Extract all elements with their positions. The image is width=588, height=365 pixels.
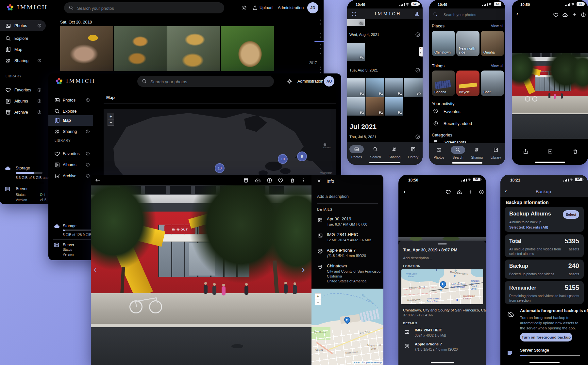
place-card-chinatown[interactable]: Chinatown bbox=[432, 31, 455, 56]
share-icon[interactable] bbox=[523, 149, 529, 154]
map-zoom-in-button[interactable]: + bbox=[315, 293, 321, 299]
trash-icon[interactable] bbox=[572, 149, 578, 154]
map-cluster-marker[interactable]: 8 bbox=[297, 151, 307, 161]
things-view-all-link[interactable]: View all bbox=[491, 64, 503, 68]
administration-link[interactable]: Administration bbox=[297, 79, 323, 84]
sidebar-item-albums[interactable]: Albums bbox=[48, 160, 93, 170]
info-icon[interactable] bbox=[267, 178, 272, 183]
photo-thumbnail-basket[interactable] bbox=[221, 26, 274, 71]
profile-cloud-icon[interactable] bbox=[414, 11, 420, 17]
info-icon[interactable] bbox=[581, 12, 586, 17]
photo-thumbnail[interactable] bbox=[385, 78, 403, 97]
place-card-omaha[interactable]: Omaha bbox=[481, 31, 504, 56]
photo-thumbnail-mushroom-1[interactable] bbox=[60, 26, 113, 71]
map-cluster-marker[interactable]: 10 bbox=[215, 163, 225, 173]
home-indicator[interactable] bbox=[452, 162, 482, 164]
info-icon[interactable] bbox=[479, 189, 484, 195]
timeline-scrollbar-thumb[interactable]: ▲▼ bbox=[419, 47, 423, 56]
home-indicator[interactable] bbox=[535, 162, 565, 163]
location-map[interactable]: ✕ ✕ ✕ Hyde Street Harbor The Embarcadero… bbox=[401, 269, 483, 304]
back-chevron[interactable]: ‹ bbox=[505, 188, 507, 194]
map-cluster-marker[interactable]: 10 bbox=[278, 154, 288, 164]
cloud-upload-icon[interactable] bbox=[457, 189, 462, 195]
thing-card-bicycle[interactable]: Bicycle bbox=[456, 71, 479, 96]
search-input[interactable] bbox=[76, 2, 198, 14]
search-bar[interactable] bbox=[64, 2, 224, 13]
sidebar-item-sharing[interactable]: Sharing bbox=[48, 127, 93, 137]
photo-thumbnail[interactable] bbox=[385, 97, 403, 116]
location-name[interactable]: Chinatown bbox=[327, 263, 347, 268]
thing-card-boat[interactable]: Boat bbox=[481, 71, 504, 96]
map-point-marker[interactable] bbox=[324, 143, 326, 146]
place-card-near-north-side[interactable]: Near north side bbox=[456, 31, 479, 56]
theme-toggle-sun-icon[interactable] bbox=[241, 5, 247, 11]
map-zoom-out-button[interactable]: − bbox=[315, 299, 321, 305]
sidebar-item-photos[interactable]: Photos bbox=[0, 20, 46, 31]
location-mini-map[interactable]: Fort Mason US 101 Bay Street Union Stree… bbox=[311, 289, 383, 365]
back-chevron[interactable]: ‹ bbox=[404, 188, 406, 195]
photo-thumbnail-partial[interactable] bbox=[347, 19, 365, 26]
photo-thumbnail[interactable] bbox=[366, 78, 384, 97]
thing-card-banana[interactable]: Banana bbox=[432, 71, 455, 96]
scrubber-position-indicator[interactable] bbox=[314, 41, 324, 42]
more-options-icon[interactable] bbox=[301, 178, 306, 183]
photo-thumbnail[interactable] bbox=[366, 97, 384, 116]
administration-link[interactable]: Administration bbox=[278, 6, 304, 10]
home-indicator[interactable] bbox=[529, 362, 560, 363]
location-place-text[interactable]: Chinatown, City and County of San Franci… bbox=[403, 308, 486, 312]
activity-recently-added-item[interactable]: Recently added bbox=[444, 121, 472, 126]
photo-content[interactable] bbox=[512, 53, 588, 139]
add-to-album-plus-icon[interactable] bbox=[468, 189, 473, 195]
sidebar-item-map-selected[interactable]: Map bbox=[48, 115, 93, 126]
avatar[interactable]: AU bbox=[324, 76, 334, 87]
photo-thumbnail[interactable] bbox=[347, 78, 365, 97]
back-arrow-icon[interactable] bbox=[95, 177, 101, 183]
select-all-check-icon[interactable] bbox=[415, 134, 420, 139]
select-all-check-icon[interactable] bbox=[415, 68, 420, 73]
sidebar-item-favorites[interactable]: Favorites bbox=[48, 149, 93, 159]
next-photo-chevron[interactable]: › bbox=[302, 264, 305, 275]
sidebar-item-favorites[interactable]: Favorites bbox=[0, 86, 46, 95]
upload-button[interactable]: Upload bbox=[260, 6, 273, 10]
sidebar-item-albums[interactable]: Albums bbox=[0, 97, 46, 106]
home-indicator[interactable] bbox=[369, 162, 400, 163]
archive-icon[interactable] bbox=[243, 178, 249, 183]
map-zoom-in-button[interactable]: + bbox=[108, 113, 114, 119]
photo-thumbnail[interactable] bbox=[404, 78, 423, 97]
previous-photo-chevron[interactable]: ‹ bbox=[93, 264, 97, 275]
mobile-search-bar[interactable]: Search your photos bbox=[429, 8, 505, 20]
favorite-heart-icon[interactable] bbox=[445, 189, 451, 195]
photo-viewer[interactable]: IN-N-OUT IN-N-OUT ‹ › bbox=[91, 185, 311, 365]
cloud-upload-icon[interactable] bbox=[562, 12, 568, 18]
sidebar-item-map[interactable]: Map bbox=[0, 45, 46, 55]
photo-thumbnail-mushroom-2[interactable] bbox=[114, 26, 167, 71]
favorite-heart-icon[interactable] bbox=[553, 12, 559, 18]
cloud-upload-icon[interactable] bbox=[255, 178, 261, 183]
search-input[interactable] bbox=[150, 76, 254, 87]
select-all-check-icon[interactable] bbox=[415, 32, 420, 37]
sidebar-item-archive[interactable]: Archive bbox=[48, 171, 93, 181]
close-icon[interactable] bbox=[316, 178, 322, 183]
search-bar[interactable] bbox=[137, 76, 274, 87]
sidebar-item-archive[interactable]: Archive bbox=[0, 108, 46, 118]
photo-thumbnail[interactable] bbox=[347, 43, 365, 61]
archive-plus-icon[interactable] bbox=[547, 149, 553, 154]
sidebar-item-photos[interactable]: Photos bbox=[48, 96, 93, 105]
photo-thumbnail-mushroom-3[interactable] bbox=[167, 26, 220, 71]
back-chevron[interactable]: ‹ bbox=[516, 11, 518, 17]
sheet-drag-handle[interactable] bbox=[438, 243, 447, 245]
add-description-field[interactable]: Add a description bbox=[317, 194, 349, 199]
places-view-all-link[interactable]: View all bbox=[491, 24, 503, 28]
map-zoom-out-button[interactable]: − bbox=[108, 119, 114, 126]
favorite-heart-icon[interactable] bbox=[278, 178, 283, 183]
add-to-album-plus-icon[interactable] bbox=[572, 12, 577, 17]
sidebar-item-sharing[interactable]: Sharing bbox=[0, 56, 46, 66]
photo-strip-partial[interactable] bbox=[398, 237, 486, 241]
map-attribution[interactable]: Leaflet | © OpenStreetMap bbox=[352, 361, 383, 364]
avatar[interactable]: JD bbox=[307, 2, 318, 13]
select-albums-button[interactable]: Select bbox=[563, 210, 579, 219]
face-avatar-icon[interactable] bbox=[351, 11, 357, 17]
trash-icon[interactable] bbox=[290, 178, 295, 183]
home-indicator[interactable] bbox=[431, 362, 454, 363]
theme-toggle-sun-icon[interactable] bbox=[287, 78, 293, 84]
